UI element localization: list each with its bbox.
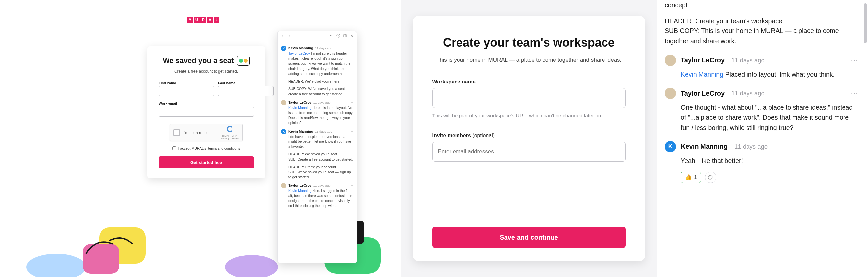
mention[interactable]: Kevin Manning bbox=[288, 189, 311, 193]
scrollbar[interactable] bbox=[863, 0, 867, 277]
first-name-input[interactable] bbox=[159, 86, 214, 96]
signup-canvas: M U R A L We saved you a seat Create a f… bbox=[0, 0, 401, 277]
partial-prev-comment: concept HEADER: Create your team's works… bbox=[665, 0, 859, 46]
mention[interactable]: Kevin Manning bbox=[288, 106, 311, 110]
sidebar-comment: KKevin Manning11 days agoYeah I like tha… bbox=[665, 141, 859, 166]
avatar bbox=[665, 55, 676, 66]
recaptcha-label: I'm not a robot bbox=[183, 131, 208, 135]
thread-resolve-icon[interactable] bbox=[336, 33, 341, 38]
comment-text: Kevin Manning Nice. I slugged in the fir… bbox=[288, 188, 353, 209]
panel-workspace-design: Create your team's workspace This is you… bbox=[401, 0, 657, 277]
first-name-label: First name bbox=[159, 81, 214, 85]
comment-more-icon[interactable]: ⋯ bbox=[349, 100, 353, 105]
sidebar-comment: Taylor LeCroy11 days ago⋯Kevin Manning P… bbox=[665, 55, 859, 79]
workspace-title: Create your team's workspace bbox=[432, 36, 626, 50]
comment-more-icon[interactable]: ⋯ bbox=[349, 129, 353, 134]
comment-time: 11 days ago bbox=[315, 46, 332, 50]
panel-signup-design: M U R A L We saved you a seat Create a f… bbox=[0, 0, 401, 277]
svg-point-3 bbox=[225, 255, 278, 277]
comment-copy-block: SUB COPY: We've saved you a seat — creat… bbox=[288, 86, 353, 96]
reaction-row: 👍 1 bbox=[681, 172, 859, 183]
thread-toolbar: ‹ › ⋯ ✕ bbox=[278, 31, 356, 40]
workspace-name-label: Workspace name bbox=[432, 79, 626, 85]
svg-point-11 bbox=[711, 176, 711, 177]
comment-more-icon[interactable]: ⋯ bbox=[851, 56, 859, 65]
comment-time: 11 days ago bbox=[315, 130, 332, 133]
svg-rect-2 bbox=[83, 244, 119, 274]
work-email-label: Work email bbox=[159, 102, 254, 105]
comment-time: 11 days ago bbox=[731, 57, 765, 64]
comment-time: 11 days ago bbox=[313, 184, 331, 187]
work-email-input[interactable] bbox=[159, 107, 254, 117]
mention[interactable]: Taylor LeCroy bbox=[288, 51, 310, 55]
thread-comment: KKevin Manning11 days ago⋯Taylor LeCroy … bbox=[281, 46, 353, 97]
comment-text: Kevin Manning Here it is in the layout. … bbox=[288, 105, 353, 126]
thread-close-icon[interactable]: ✕ bbox=[349, 33, 354, 38]
comment-author: Kevin Manning bbox=[288, 129, 313, 133]
thread-comment: KKevin Manning11 days ago⋯I do have a co… bbox=[281, 129, 353, 180]
logo-letter: U bbox=[194, 17, 199, 23]
logo-letter: R bbox=[200, 17, 206, 23]
comment-time: 11 days ago bbox=[734, 143, 768, 150]
signup-title: We saved you a seat bbox=[163, 56, 234, 65]
thread-forward-icon[interactable]: › bbox=[287, 33, 292, 38]
comment-more-icon[interactable]: ⋯ bbox=[349, 183, 353, 188]
avatar: K bbox=[281, 46, 286, 51]
get-started-button[interactable]: Get started free bbox=[159, 157, 254, 168]
svg-point-10 bbox=[709, 176, 710, 177]
comment-more-icon[interactable]: ⋯ bbox=[349, 46, 353, 50]
last-name-label: Last name bbox=[218, 81, 274, 85]
thread-dock-icon[interactable] bbox=[343, 33, 347, 38]
invite-members-input[interactable] bbox=[432, 142, 626, 162]
comment-text: I do have a couple other versions that m… bbox=[288, 134, 353, 149]
signup-card: We saved you a seat Create a free accoun… bbox=[147, 46, 265, 178]
comment-time: 11 days ago bbox=[731, 90, 765, 97]
comment-copy-block: HEADER: We saved you a seat SUB: Create … bbox=[288, 152, 353, 162]
thread-body[interactable]: KKevin Manning11 days ago⋯Taylor LeCroy … bbox=[278, 40, 356, 212]
recaptcha-widget[interactable]: I'm not a robot reCAPTCHA Privacy - Term… bbox=[170, 124, 243, 141]
comment-author: Taylor LeCroy bbox=[288, 101, 311, 104]
logo-letter: M bbox=[187, 17, 193, 23]
mention[interactable]: Kevin Manning bbox=[681, 71, 723, 78]
avatar: K bbox=[665, 141, 676, 153]
terms-link[interactable]: terms and conditions bbox=[208, 146, 240, 150]
comment-thread-panel: ‹ › ⋯ ✕ KKevin Manning11 days ago⋯Taylor… bbox=[277, 31, 357, 263]
comment-text: Taylor LeCroy I'm not sure this header m… bbox=[288, 51, 353, 76]
comment-author: Taylor LeCroy bbox=[288, 183, 311, 187]
mural-logo: M U R A L bbox=[187, 17, 219, 23]
signup-subtitle: Create a free account to get started. bbox=[159, 69, 254, 74]
workspace-card: Create your team's workspace This is you… bbox=[413, 16, 645, 261]
recaptcha-checkbox[interactable] bbox=[174, 129, 180, 136]
thread-more-icon[interactable]: ⋯ bbox=[330, 33, 334, 38]
scrollbar-thumb[interactable] bbox=[864, 3, 867, 43]
save-continue-button[interactable]: Save and continue bbox=[432, 227, 626, 248]
comment-time: 11 days ago bbox=[313, 101, 331, 104]
comment-author: Kevin Manning bbox=[288, 46, 313, 50]
avatar: K bbox=[281, 129, 286, 134]
add-reaction-button[interactable] bbox=[705, 172, 716, 183]
logo-letter: A bbox=[207, 17, 213, 23]
reaction-thumbs-up[interactable]: 👍 1 bbox=[681, 172, 701, 183]
workspace-name-input[interactable] bbox=[432, 88, 626, 108]
thread-comment: Taylor LeCroy11 days ago⋯Kevin Manning H… bbox=[281, 100, 353, 126]
workspace-name-hint: This will be part of your workspace's UR… bbox=[432, 112, 626, 119]
svg-point-9 bbox=[708, 175, 712, 179]
comment-text: Kevin Manning Placed into layout, lmk wh… bbox=[681, 69, 859, 79]
comment-author: Taylor LeCroy bbox=[681, 56, 725, 64]
avatar bbox=[281, 100, 286, 105]
svg-point-6 bbox=[337, 34, 340, 37]
thread-comment: Taylor LeCroy11 days ago⋯Kevin Manning N… bbox=[281, 183, 353, 209]
logo-letter: L bbox=[214, 17, 219, 23]
thread-back-icon[interactable]: ‹ bbox=[280, 33, 285, 38]
avatar bbox=[281, 183, 286, 188]
reaction-count: 1 bbox=[694, 174, 697, 181]
svg-rect-8 bbox=[345, 34, 346, 37]
last-name-input[interactable] bbox=[218, 86, 274, 96]
terms-checkbox[interactable] bbox=[173, 146, 177, 150]
avatar bbox=[665, 88, 676, 99]
terms-text: I accept MURAL's bbox=[179, 146, 206, 150]
chairs-icon bbox=[237, 56, 250, 65]
comment-more-icon[interactable]: ⋯ bbox=[851, 89, 859, 98]
comment-text: Yeah I like that better! bbox=[681, 156, 859, 166]
comment-copy-block: HEADER: We're glad you're here bbox=[288, 79, 353, 84]
